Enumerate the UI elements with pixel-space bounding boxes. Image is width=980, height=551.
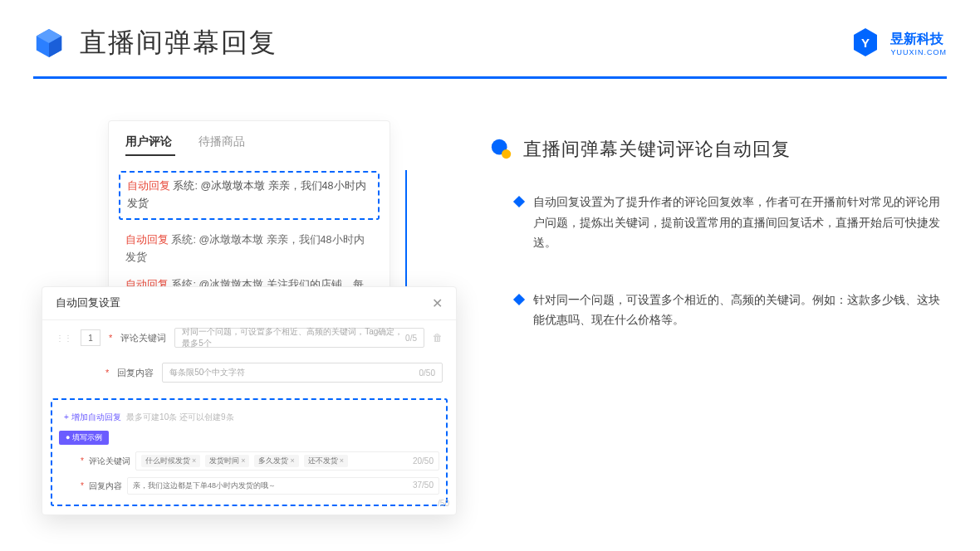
page-title: 直播间弹幕回复: [80, 25, 277, 61]
keyword-chip[interactable]: 还不发货×: [304, 455, 348, 467]
example-highlight: + 增加自动回复 最多可建10条 还可以创建9条 ● 填写示例 * 评论关键词 …: [51, 398, 448, 506]
add-auto-reply-link[interactable]: + 增加自动回复: [62, 409, 123, 425]
chat-bubbles-icon: [490, 138, 513, 161]
section-title: 直播间弹幕关键词评论自动回复: [523, 137, 791, 162]
example-reply-text[interactable]: 亲，我们这边都是下单48小时内发货的哦～37/50: [127, 477, 439, 495]
brand-logo: Y 昱新科技 YUUXIN.COM: [849, 27, 947, 60]
svg-point-5: [502, 149, 511, 158]
header-divider: [33, 76, 947, 79]
add-hint: 最多可建10条 还可以创建9条: [126, 412, 233, 422]
reply-label: 回复内容: [117, 367, 154, 379]
diamond-icon: [513, 196, 525, 207]
highlighted-comment: 自动回复 系统: @冰墩墩本墩 亲亲，我们48小时内发货: [119, 171, 380, 220]
auto-reply-tag: 自动回复: [127, 180, 170, 192]
example-reply-label: 回复内容: [89, 480, 122, 492]
example-keyword-chips[interactable]: 什么时候发货×发货时间×多久发货×还不发货× 20/50: [135, 451, 439, 471]
keyword-chip[interactable]: 发货时间×: [205, 455, 249, 467]
brand-name-cn: 昱新科技: [890, 31, 947, 48]
example-keyword-label: 评论关键词: [89, 456, 130, 467]
keyword-input[interactable]: 对同一个问题，可设置多个相近、高频的关键词，Tag确定，最多5个0/5: [174, 328, 424, 348]
tab-pending-goods[interactable]: 待播商品: [198, 134, 245, 156]
drag-handle-icon[interactable]: ⋮⋮: [56, 334, 72, 343]
example-badge: ● 填写示例: [59, 431, 109, 445]
cube-icon: [33, 27, 65, 59]
dialog-title: 自动回复设置: [56, 295, 120, 311]
feature-bullet: 针对同一个问题，可设置多个相近的、高频的关键词。例如：这款多少钱、这块能优惠吗、…: [515, 290, 947, 330]
brand-name-en: YUUXIN.COM: [890, 48, 947, 56]
diamond-icon: [513, 293, 525, 305]
tab-user-comments[interactable]: 用户评论: [125, 134, 175, 156]
keyword-chip[interactable]: 什么时候发货×: [141, 455, 200, 467]
connector-line: [405, 170, 407, 303]
comment-row: 自动回复 系统: @冰墩墩本墩 亲亲，我们48小时内发货: [109, 227, 390, 272]
delete-icon[interactable]: 🗑: [433, 332, 443, 344]
svg-text:Y: Y: [861, 36, 870, 50]
keyword-chip[interactable]: 多久发货×: [254, 455, 298, 467]
stray-counter: /50: [438, 499, 449, 508]
keyword-label: 评论关键词: [120, 332, 166, 344]
close-icon[interactable]: ✕: [432, 295, 443, 311]
auto-reply-settings-dialog: 自动回复设置 ✕ ⋮⋮ * 评论关键词 对同一个问题，可设置多个相近、高频的关键…: [42, 286, 457, 515]
feature-bullet: 自动回复设置为了提升作者的评论回复效率，作者可在开播前针对常见的评论用户问题，提…: [515, 192, 947, 253]
index-input[interactable]: [81, 329, 100, 346]
reply-input[interactable]: 每条限50个中文字符0/50: [162, 363, 443, 383]
